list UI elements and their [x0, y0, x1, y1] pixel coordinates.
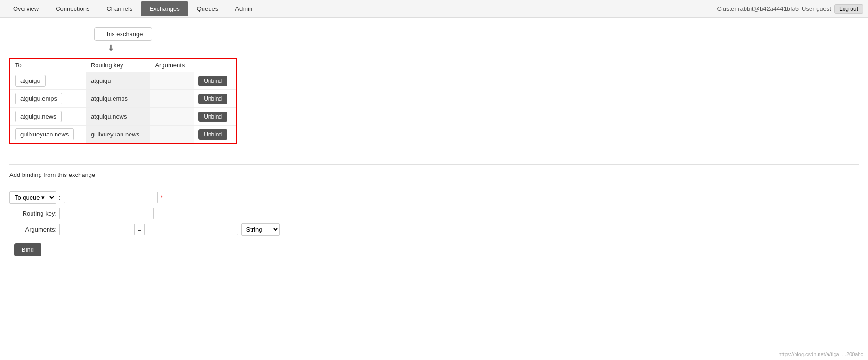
arguments-label: Arguments:	[9, 226, 57, 233]
routing-key-cell: atguigu	[86, 72, 151, 90]
nav-overview[interactable]: Overview	[5, 1, 47, 16]
action-cell: Unbind	[194, 90, 236, 108]
arguments-cell	[150, 90, 194, 108]
queue-label: atguigu	[15, 75, 46, 87]
routing-key-cell: atguigu.news	[86, 108, 151, 126]
logout-button[interactable]: Log out	[834, 4, 863, 14]
arguments-cell	[150, 108, 194, 126]
user-info: User guest	[802, 5, 831, 12]
unbind-button[interactable]: Unbind	[198, 94, 227, 104]
bindings-table-wrapper: To Routing key Arguments atguiguatguiguU…	[9, 58, 237, 144]
bindings-table: To Routing key Arguments atguiguatguiguU…	[10, 59, 236, 143]
user-label: User	[802, 5, 814, 12]
bind-button[interactable]: Bind	[14, 243, 41, 256]
table-row: gulixueyuan.newsgulixueyuan.newsUnbind	[10, 126, 236, 144]
col-arguments: Arguments	[150, 59, 194, 72]
nav-channels[interactable]: Channels	[98, 1, 141, 16]
top-nav: Overview Connections Channels Exchanges …	[0, 0, 868, 18]
to-queue-row: To queue ▾ : *	[9, 191, 859, 204]
to-queue-input[interactable]	[64, 192, 158, 203]
nav-admin[interactable]: Admin	[227, 1, 261, 16]
queue-label: atguigu.news	[15, 111, 62, 122]
unbind-button[interactable]: Unbind	[198, 76, 227, 86]
arrow-down: ⇓	[107, 43, 114, 53]
nav-right: Cluster rabbit@b42a4441bfa5 User guest L…	[717, 4, 863, 14]
queue-label: atguigu.emps	[15, 93, 62, 104]
to-queue-select[interactable]: To queue ▾	[9, 191, 56, 204]
nav-exchanges[interactable]: Exchanges	[141, 1, 188, 16]
routing-key-label: Routing key:	[9, 210, 57, 217]
arguments-value-input[interactable]	[144, 224, 238, 235]
equals-sign: =	[138, 226, 141, 233]
col-to: To	[10, 59, 86, 72]
cluster-info: Cluster rabbit@b42a4441bfa5	[717, 5, 799, 12]
nav-queues[interactable]: Queues	[188, 1, 227, 16]
routing-key-input[interactable]	[59, 208, 154, 219]
action-cell: Unbind	[194, 72, 236, 90]
divider	[9, 164, 859, 165]
arguments-cell	[150, 126, 194, 144]
queue-cell: atguigu.emps	[10, 90, 86, 108]
routing-key-cell: gulixueyuan.news	[86, 126, 151, 144]
arguments-row: Arguments: = String Integer Boolean	[9, 223, 859, 236]
queue-cell: atguigu	[10, 72, 86, 90]
unbind-button[interactable]: Unbind	[198, 112, 227, 122]
table-row: atguiguatguiguUnbind	[10, 72, 236, 90]
add-binding-section: Add binding from this exchange To queue …	[9, 164, 859, 256]
cluster-value: rabbit@b42a4441bfa5	[738, 5, 799, 12]
arguments-key-input[interactable]	[59, 224, 135, 235]
queue-cell: atguigu.news	[10, 108, 86, 126]
routing-key-cell: atguigu.emps	[86, 90, 151, 108]
table-row: atguigu.newsatguigu.newsUnbind	[10, 108, 236, 126]
action-cell: Unbind	[194, 126, 236, 144]
queue-cell: gulixueyuan.news	[10, 126, 86, 144]
main-content: This exchange ⇓ To Routing key Arguments…	[0, 18, 868, 265]
user-value: guest	[816, 5, 831, 12]
col-routing-key: Routing key	[86, 59, 151, 72]
table-row: atguigu.empsatguigu.empsUnbind	[10, 90, 236, 108]
action-cell: Unbind	[194, 108, 236, 126]
colon-label: :	[59, 194, 61, 201]
nav-connections[interactable]: Connections	[47, 1, 98, 16]
cluster-label: Cluster	[717, 5, 736, 12]
unbind-button[interactable]: Unbind	[198, 129, 227, 140]
arguments-type-select[interactable]: String Integer Boolean	[241, 223, 280, 236]
exchange-box: This exchange	[94, 27, 152, 41]
add-binding-title: Add binding from this exchange	[9, 171, 859, 178]
routing-key-row: Routing key:	[9, 208, 859, 219]
required-mark: *	[161, 194, 163, 201]
nav-left: Overview Connections Channels Exchanges …	[5, 1, 261, 16]
exchange-box-container: This exchange ⇓	[94, 27, 859, 53]
col-action	[194, 59, 236, 72]
queue-label: gulixueyuan.news	[15, 128, 74, 140]
table-header-row: To Routing key Arguments	[10, 59, 236, 72]
arguments-cell	[150, 72, 194, 90]
